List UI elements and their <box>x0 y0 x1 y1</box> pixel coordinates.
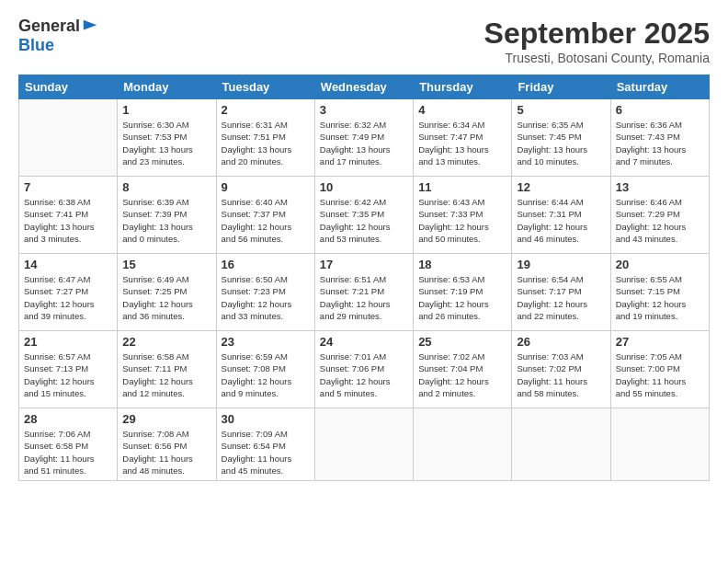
day-info: Sunrise: 6:54 AMSunset: 7:17 PMDaylight:… <box>517 273 605 322</box>
table-row: 8Sunrise: 6:39 AMSunset: 7:39 PMDaylight… <box>118 177 216 254</box>
day-info: Sunrise: 6:31 AMSunset: 7:51 PMDaylight:… <box>222 119 310 167</box>
table-row <box>414 408 512 481</box>
day-info: Sunrise: 6:47 AMSunset: 7:27 PMDaylight:… <box>24 273 112 322</box>
table-row: 24Sunrise: 7:01 AMSunset: 7:06 PMDayligh… <box>314 331 413 408</box>
day-number: 9 <box>222 180 310 194</box>
table-row: 29Sunrise: 7:08 AMSunset: 6:56 PMDayligh… <box>118 408 216 481</box>
day-info: Sunrise: 7:08 AMSunset: 6:56 PMDaylight:… <box>122 428 210 477</box>
table-row: 3Sunrise: 6:32 AMSunset: 7:49 PMDaylight… <box>314 99 413 177</box>
calendar-table: Sunday Monday Tuesday Wednesday Thursday… <box>18 75 710 481</box>
month-title: September 2025 <box>484 17 710 51</box>
col-monday: Monday <box>118 75 216 99</box>
table-row: 5Sunrise: 6:35 AMSunset: 7:45 PMDaylight… <box>512 99 610 177</box>
col-saturday: Saturday <box>610 75 709 99</box>
day-number: 17 <box>320 258 408 271</box>
day-number: 16 <box>222 258 310 271</box>
svg-marker-0 <box>84 19 97 29</box>
table-row: 28Sunrise: 7:06 AMSunset: 6:58 PMDayligh… <box>19 408 118 481</box>
table-row: 11Sunrise: 6:43 AMSunset: 7:33 PMDayligh… <box>414 177 512 254</box>
day-info: Sunrise: 7:02 AMSunset: 7:04 PMDaylight:… <box>418 350 506 399</box>
table-row: 26Sunrise: 7:03 AMSunset: 7:02 PMDayligh… <box>512 331 610 408</box>
table-row: 14Sunrise: 6:47 AMSunset: 7:27 PMDayligh… <box>19 254 118 331</box>
table-row: 23Sunrise: 6:59 AMSunset: 7:08 PMDayligh… <box>216 331 314 408</box>
day-number: 21 <box>24 335 112 349</box>
day-number: 28 <box>24 412 112 426</box>
table-row: 12Sunrise: 6:44 AMSunset: 7:31 PMDayligh… <box>512 177 610 254</box>
table-row <box>512 408 610 481</box>
calendar-header-row: Sunday Monday Tuesday Wednesday Thursday… <box>19 75 710 99</box>
day-info: Sunrise: 7:06 AMSunset: 6:58 PMDaylight:… <box>24 428 112 477</box>
day-info: Sunrise: 6:43 AMSunset: 7:33 PMDaylight:… <box>418 196 506 245</box>
logo-blue-text: Blue <box>18 36 54 54</box>
day-info: Sunrise: 6:50 AMSunset: 7:23 PMDaylight:… <box>222 273 310 322</box>
logo-general-text: General <box>18 17 80 36</box>
day-number: 6 <box>616 103 704 117</box>
table-row: 17Sunrise: 6:51 AMSunset: 7:21 PMDayligh… <box>314 254 413 331</box>
header: General Blue September 2025 Trusesti, Bo… <box>18 17 710 65</box>
day-number: 4 <box>418 103 506 117</box>
table-row: 2Sunrise: 6:31 AMSunset: 7:51 PMDaylight… <box>216 99 314 177</box>
day-info: Sunrise: 7:09 AMSunset: 6:54 PMDaylight:… <box>222 428 310 477</box>
day-number: 18 <box>418 258 506 271</box>
day-number: 19 <box>517 258 605 271</box>
table-row: 10Sunrise: 6:42 AMSunset: 7:35 PMDayligh… <box>314 177 413 254</box>
table-row: 16Sunrise: 6:50 AMSunset: 7:23 PMDayligh… <box>216 254 314 331</box>
day-number: 15 <box>122 258 210 271</box>
day-number: 7 <box>24 180 112 194</box>
day-info: Sunrise: 6:30 AMSunset: 7:53 PMDaylight:… <box>122 119 210 167</box>
day-number: 20 <box>616 258 704 271</box>
table-row <box>19 99 118 177</box>
table-row: 7Sunrise: 6:38 AMSunset: 7:41 PMDaylight… <box>19 177 118 254</box>
day-info: Sunrise: 6:32 AMSunset: 7:49 PMDaylight:… <box>320 119 408 167</box>
day-info: Sunrise: 6:49 AMSunset: 7:25 PMDaylight:… <box>122 273 210 322</box>
table-row: 6Sunrise: 6:36 AMSunset: 7:43 PMDaylight… <box>610 99 709 177</box>
day-number: 27 <box>616 335 704 349</box>
table-row: 1Sunrise: 6:30 AMSunset: 7:53 PMDaylight… <box>118 99 216 177</box>
day-number: 8 <box>122 180 210 194</box>
day-info: Sunrise: 6:39 AMSunset: 7:39 PMDaylight:… <box>122 196 210 245</box>
day-info: Sunrise: 6:42 AMSunset: 7:35 PMDaylight:… <box>320 196 408 245</box>
table-row: 15Sunrise: 6:49 AMSunset: 7:25 PMDayligh… <box>118 254 216 331</box>
day-info: Sunrise: 7:05 AMSunset: 7:00 PMDaylight:… <box>616 350 704 399</box>
logo: General Blue <box>18 17 98 55</box>
table-row: 27Sunrise: 7:05 AMSunset: 7:00 PMDayligh… <box>610 331 709 408</box>
col-sunday: Sunday <box>19 75 118 99</box>
day-number: 13 <box>616 180 704 194</box>
day-number: 5 <box>517 103 605 117</box>
table-row: 20Sunrise: 6:55 AMSunset: 7:15 PMDayligh… <box>610 254 709 331</box>
day-info: Sunrise: 6:36 AMSunset: 7:43 PMDaylight:… <box>616 119 704 167</box>
location-subtitle: Trusesti, Botosani County, Romania <box>484 51 710 65</box>
day-number: 1 <box>122 103 210 117</box>
table-row: 9Sunrise: 6:40 AMSunset: 7:37 PMDaylight… <box>216 177 314 254</box>
day-info: Sunrise: 6:53 AMSunset: 7:19 PMDaylight:… <box>418 273 506 322</box>
day-number: 22 <box>122 335 210 349</box>
day-number: 23 <box>222 335 310 349</box>
day-number: 24 <box>320 335 408 349</box>
day-info: Sunrise: 6:55 AMSunset: 7:15 PMDaylight:… <box>616 273 704 322</box>
day-info: Sunrise: 6:35 AMSunset: 7:45 PMDaylight:… <box>517 119 605 167</box>
day-number: 25 <box>418 335 506 349</box>
title-block: September 2025 Trusesti, Botosani County… <box>484 17 710 65</box>
table-row: 25Sunrise: 7:02 AMSunset: 7:04 PMDayligh… <box>414 331 512 408</box>
day-info: Sunrise: 7:03 AMSunset: 7:02 PMDaylight:… <box>517 350 605 399</box>
table-row: 30Sunrise: 7:09 AMSunset: 6:54 PMDayligh… <box>216 408 314 481</box>
table-row: 4Sunrise: 6:34 AMSunset: 7:47 PMDaylight… <box>414 99 512 177</box>
col-thursday: Thursday <box>414 75 512 99</box>
day-number: 2 <box>222 103 310 117</box>
day-number: 29 <box>122 412 210 426</box>
table-row: 18Sunrise: 6:53 AMSunset: 7:19 PMDayligh… <box>414 254 512 331</box>
table-row <box>610 408 709 481</box>
day-info: Sunrise: 6:58 AMSunset: 7:11 PMDaylight:… <box>122 350 210 399</box>
day-number: 14 <box>24 258 112 271</box>
table-row: 22Sunrise: 6:58 AMSunset: 7:11 PMDayligh… <box>118 331 216 408</box>
logo-flag-icon <box>82 18 98 35</box>
page: General Blue September 2025 Trusesti, Bo… <box>0 0 728 563</box>
table-row: 21Sunrise: 6:57 AMSunset: 7:13 PMDayligh… <box>19 331 118 408</box>
col-wednesday: Wednesday <box>314 75 413 99</box>
day-info: Sunrise: 6:40 AMSunset: 7:37 PMDaylight:… <box>222 196 310 245</box>
day-number: 3 <box>320 103 408 117</box>
day-info: Sunrise: 6:44 AMSunset: 7:31 PMDaylight:… <box>517 196 605 245</box>
day-number: 10 <box>320 180 408 194</box>
table-row: 13Sunrise: 6:46 AMSunset: 7:29 PMDayligh… <box>610 177 709 254</box>
day-number: 30 <box>222 412 310 426</box>
